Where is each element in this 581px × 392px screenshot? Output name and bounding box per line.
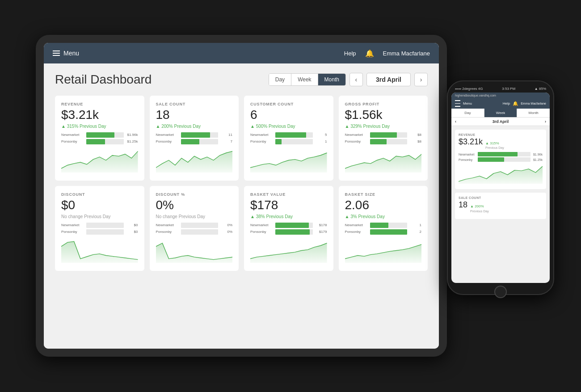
- mini-chart: [156, 148, 233, 173]
- metric-value: $178: [250, 198, 327, 212]
- bar-fill: [86, 132, 114, 138]
- bar-track: [370, 139, 408, 144]
- phone-content: Day Week Month ‹ 3rd April › REVENUE $3.…: [451, 109, 550, 283]
- bar-value: $0: [126, 230, 138, 234]
- phone-home-button[interactable]: [494, 286, 507, 298]
- phone-period-month[interactable]: Month: [517, 109, 550, 117]
- phone-scroll[interactable]: REVENUE $3.21k ▲ 315%Previous Day Newmar…: [451, 126, 550, 278]
- bar-track: [86, 132, 124, 138]
- metric-label: BASKET SIZE: [345, 192, 422, 197]
- mini-chart: [250, 238, 327, 263]
- bar-value: 5: [315, 133, 327, 137]
- bell-icon[interactable]: 🔔: [365, 49, 374, 58]
- bar-rows: Newmarket 1 Ponsonby 2: [345, 223, 422, 235]
- svg-marker-8: [459, 166, 543, 184]
- bar-track: [86, 223, 124, 228]
- nav-prev[interactable]: ‹: [349, 73, 363, 86]
- bar-row: Ponsonby 7: [156, 139, 233, 144]
- nav-next[interactable]: ›: [414, 73, 428, 86]
- metric-label: GROSS PROFIT: [345, 102, 422, 106]
- bar-fill: [275, 139, 282, 144]
- phone-nav-next[interactable]: ›: [545, 119, 546, 124]
- svg-marker-3: [345, 154, 422, 173]
- bar-rows: Newmarket 5 Ponsonby 1: [250, 132, 327, 144]
- phone-date: 3rd April: [493, 119, 509, 124]
- phone-period-day[interactable]: Day: [451, 109, 484, 117]
- bar-value: 11: [220, 133, 232, 137]
- metric-value: $0: [61, 198, 138, 212]
- bar-row: Ponsonby 2: [345, 229, 422, 235]
- mini-chart: [61, 148, 138, 173]
- phone-hamburger-icon: [455, 100, 460, 107]
- phone-metric-value: $3.21k: [459, 137, 483, 147]
- bar-value: 7: [220, 139, 232, 143]
- user-name: Emma Macfarlane: [383, 50, 430, 57]
- bar-value: 0%: [220, 230, 232, 234]
- phone-bell-icon[interactable]: 🔔: [513, 101, 518, 106]
- phone-screen: highendboutique.vandhq.com Menu Help 🔔 E…: [451, 93, 550, 283]
- period-day[interactable]: Day: [269, 74, 291, 85]
- bar-label: Ponsonby: [156, 230, 179, 234]
- bar-label: Newmarket: [156, 223, 179, 227]
- bar-label: Newmarket: [61, 133, 84, 137]
- phone-bar-track: [478, 157, 530, 162]
- metric-label: CUSTOMER COUNT: [250, 102, 327, 106]
- bar-fill: [370, 132, 397, 138]
- svg-marker-4: [61, 241, 138, 263]
- bar-value: 1: [315, 139, 327, 143]
- period-buttons: Day Week Month: [269, 73, 346, 86]
- metric-value: $3.21k: [61, 108, 138, 122]
- metric-label: REVENUE: [61, 102, 138, 106]
- mini-chart: [156, 238, 233, 263]
- bar-row: Newmarket $0: [61, 223, 138, 228]
- page-title: Retail Dashboard: [55, 72, 152, 87]
- metric-label: DISCOUNT: [61, 192, 138, 197]
- bar-rows: Newmarket 0% Ponsonby 0%: [156, 223, 233, 235]
- svg-marker-2: [250, 153, 327, 173]
- bar-row: Newmarket 5: [250, 132, 327, 138]
- svg-marker-5: [156, 243, 233, 263]
- phone-nav-prev[interactable]: ‹: [455, 119, 456, 124]
- bar-value: $1.25k: [126, 139, 138, 143]
- help-link[interactable]: Help: [344, 50, 356, 57]
- phone-bar-track: [478, 152, 530, 156]
- phone-bar-value: $1.25k: [532, 158, 543, 161]
- metric-card: DISCOUNT % 0% No change Previous Day New…: [150, 186, 239, 271]
- phone-period-week[interactable]: Week: [484, 109, 518, 117]
- svg-marker-1: [156, 151, 233, 173]
- mini-chart: [61, 238, 138, 263]
- phone-url-bar: highendboutique.vandhq.com: [451, 93, 550, 98]
- bar-fill: [181, 139, 200, 144]
- metrics-grid: REVENUE $3.21k ▲ 315% Previous Day Newma…: [55, 96, 428, 271]
- metric-value: 18: [156, 108, 233, 122]
- svg-marker-6: [250, 243, 327, 263]
- metric-label: BASKET VALUE: [250, 192, 327, 197]
- phone-bars: Newmarket $1.96k Ponsonby $1.25k: [459, 152, 543, 162]
- phone-url: highendboutique.vandhq.com: [455, 94, 496, 97]
- metric-card: SALE COUNT 18 ▲ 200% Previous Day Newmar…: [150, 96, 239, 181]
- phone-menu[interactable]: Menu: [463, 101, 472, 105]
- bar-track: [370, 229, 408, 235]
- bar-row: Ponsonby $8: [345, 139, 422, 144]
- metric-card: BASKET SIZE 2.06 ▲ 3% Previous Day Newma…: [339, 186, 428, 271]
- phone-notch: ••••• 2degrees 4G 3:53 PM ▲ 85%: [451, 86, 550, 93]
- bar-value: 0%: [220, 223, 232, 227]
- phone-period-bar: Day Week Month: [451, 109, 550, 118]
- bar-track: [370, 132, 408, 138]
- bar-track: [86, 139, 124, 144]
- bar-fill: [275, 132, 306, 138]
- phone-metric-row: $3.21k ▲ 315%Previous Day: [459, 137, 543, 151]
- menu-button[interactable]: Menu: [53, 50, 79, 57]
- metric-value: $1.56k: [345, 108, 422, 122]
- bar-row: Ponsonby 1: [250, 139, 327, 144]
- svg-marker-7: [345, 244, 422, 262]
- bar-label: Newmarket: [345, 223, 368, 227]
- period-month[interactable]: Month: [318, 74, 345, 85]
- phone-mini-chart: [459, 164, 543, 184]
- period-week[interactable]: Week: [291, 74, 318, 85]
- bar-label: Ponsonby: [345, 230, 368, 234]
- phone-bar-label: Ponsonby: [459, 158, 476, 161]
- bar-value: $8: [409, 139, 421, 143]
- bar-label: Ponsonby: [345, 139, 368, 143]
- phone-help[interactable]: Help: [503, 101, 510, 105]
